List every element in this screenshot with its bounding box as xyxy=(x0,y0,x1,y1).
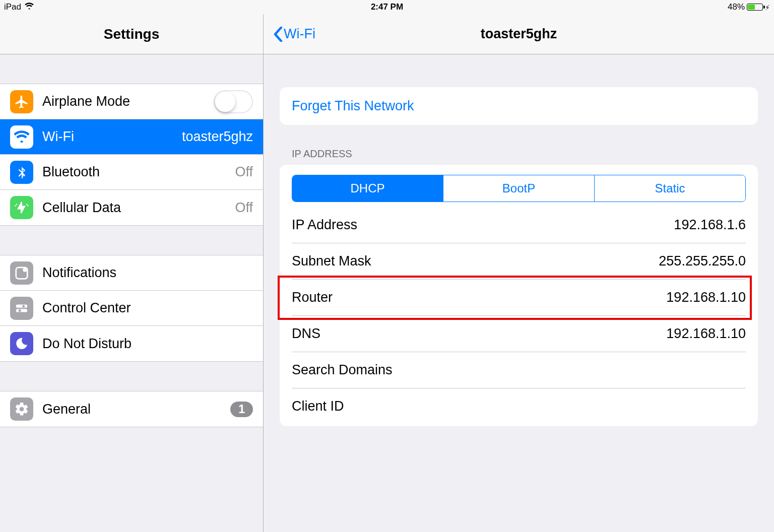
row-label: DNS xyxy=(292,326,320,342)
row-ip-address[interactable]: IP Address 192.168.1.6 xyxy=(292,207,663,243)
control-center-icon xyxy=(10,297,33,320)
ip-mode-segmented: DHCP BootP Static xyxy=(292,175,663,202)
back-button[interactable]: Wi-Fi xyxy=(274,26,315,42)
row-label: Search Domains xyxy=(292,362,393,378)
segment-static[interactable]: Static xyxy=(595,175,663,202)
gear-icon xyxy=(10,397,33,421)
svg-point-1 xyxy=(23,268,27,272)
settings-sidebar: Settings Airplane Mode Wi-Fi toaster5ghz xyxy=(0,14,264,443)
sidebar-item-value: Off xyxy=(235,164,253,180)
forget-network-card: Forget This Network xyxy=(280,87,663,125)
sidebar-item-notifications[interactable]: Notifications xyxy=(0,255,263,291)
row-label: Client ID xyxy=(292,398,344,414)
svg-point-5 xyxy=(19,309,21,311)
sidebar-item-label: Do Not Disturb xyxy=(42,336,253,352)
ip-address-section-label: IP ADDRESS xyxy=(280,148,663,165)
airplane-toggle[interactable] xyxy=(214,90,253,113)
sidebar-title: Settings xyxy=(0,14,263,54)
row-search-domains[interactable]: Search Domains xyxy=(292,352,663,388)
row-label: Subnet Mask xyxy=(292,253,371,269)
row-subnet-mask[interactable]: Subnet Mask 255.255.255.0 xyxy=(292,243,663,280)
svg-rect-2 xyxy=(16,304,28,307)
sidebar-item-label: Bluetooth xyxy=(42,164,235,180)
row-dns[interactable]: DNS 192.168.1.10 xyxy=(292,316,663,352)
general-badge: 1 xyxy=(230,402,253,417)
wifi-detail-pane: Wi-Fi toaster5ghz Forget This Network IP… xyxy=(264,14,663,443)
sidebar-item-cellular-data[interactable]: Cellular Data Off xyxy=(0,190,263,225)
sidebar-item-label: Airplane Mode xyxy=(42,94,214,109)
sidebar-item-wifi[interactable]: Wi-Fi toaster5ghz xyxy=(0,119,263,155)
segment-dhcp[interactable]: DHCP xyxy=(292,175,443,202)
segment-bootp[interactable]: BootP xyxy=(443,175,595,202)
ip-address-card: DHCP BootP Static IP Address 192.168.1.6… xyxy=(280,165,663,426)
sidebar-item-label: Cellular Data xyxy=(42,200,235,216)
sidebar-item-label: Notifications xyxy=(42,265,253,281)
sidebar-item-value: toaster5ghz xyxy=(182,129,253,145)
sidebar-item-value: Off xyxy=(235,200,253,216)
sidebar-item-do-not-disturb[interactable]: Do Not Disturb xyxy=(0,326,263,361)
row-label: IP Address xyxy=(292,217,357,233)
sidebar-group-general: General 1 xyxy=(0,391,263,427)
bluetooth-icon xyxy=(10,161,33,184)
wifi-icon xyxy=(10,125,33,149)
detail-header: Wi-Fi toaster5ghz xyxy=(264,14,663,54)
sidebar-item-bluetooth[interactable]: Bluetooth Off xyxy=(0,155,263,190)
row-router[interactable]: Router 192.168.1.10 xyxy=(292,280,663,316)
svg-rect-3 xyxy=(16,309,28,312)
detail-title: toaster5ghz xyxy=(264,26,663,42)
sidebar-item-airplane-mode[interactable]: Airplane Mode xyxy=(0,84,263,119)
forget-network-button[interactable]: Forget This Network xyxy=(280,87,663,125)
sidebar-item-label: Control Center xyxy=(42,300,253,316)
sidebar-item-label: General xyxy=(42,402,230,417)
chevron-left-icon xyxy=(274,27,283,42)
notifications-icon xyxy=(10,261,33,285)
airplane-icon xyxy=(10,90,33,113)
row-label: Router xyxy=(292,290,333,305)
sidebar-item-control-center[interactable]: Control Center xyxy=(0,291,263,326)
sidebar-item-general[interactable]: General 1 xyxy=(0,391,263,427)
moon-icon xyxy=(10,332,33,355)
sidebar-item-label: Wi-Fi xyxy=(42,129,182,145)
back-label: Wi-Fi xyxy=(284,26,315,42)
status-bar: iPad 2:47 PM 48% ⚡︎ xyxy=(0,0,663,14)
clock: 2:47 PM xyxy=(0,2,663,12)
sidebar-group-connectivity: Airplane Mode Wi-Fi toaster5ghz Bluetoot… xyxy=(0,84,263,226)
svg-point-4 xyxy=(22,305,25,307)
sidebar-group-system: Notifications Control Center Do Not Dist… xyxy=(0,255,263,362)
cellular-icon xyxy=(10,196,33,219)
row-client-id[interactable]: Client ID xyxy=(292,388,663,424)
row-value: 255.255.255.0 xyxy=(659,253,663,269)
